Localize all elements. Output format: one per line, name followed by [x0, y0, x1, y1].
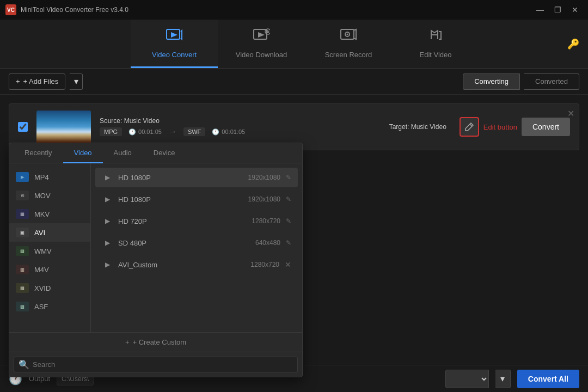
search-input-wrap: 🔍: [14, 357, 298, 372]
format-item-mkv[interactable]: ▦ MKV: [9, 205, 90, 223]
file-info: Source: Music Video MPG 🕐 00:01:05 → SWF…: [100, 117, 381, 137]
asf-icon: ▨: [16, 302, 29, 311]
nav-video-convert[interactable]: Video Convert: [131, 20, 218, 68]
create-custom-label: + Create Custom: [132, 338, 186, 346]
format-tab-recently[interactable]: Recently: [14, 143, 63, 163]
edit-icon-button[interactable]: [460, 117, 479, 137]
create-custom-plus-icon: +: [125, 338, 130, 346]
mp4-icon: ▶: [16, 172, 29, 182]
quality-delete-icon-5[interactable]: ✕: [285, 260, 291, 269]
nav-screen-record[interactable]: Screen Record: [305, 20, 392, 68]
svg-point-5: [347, 34, 348, 35]
maximize-button[interactable]: ❐: [550, 4, 565, 16]
file-card-close-button[interactable]: ✕: [567, 108, 574, 119]
main-content: Source: Music Video MPG 🕐 00:01:05 → SWF…: [0, 95, 588, 159]
format-tab-device[interactable]: Device: [143, 143, 186, 163]
quality-item-hd1080p-2[interactable]: ▶ HD 1080P 1920x1080 ✎: [95, 189, 298, 209]
format-item-xvid[interactable]: ▧ XVID: [9, 279, 90, 297]
quality-edit-icon-4[interactable]: ✎: [286, 239, 291, 247]
add-files-label: + Add Files: [23, 77, 59, 85]
quality-item-hd1080p-selected[interactable]: ▶ HD 1080P 1920x1080 ✎: [95, 168, 298, 187]
arrow-separator: →: [168, 127, 177, 137]
tab-converting-button[interactable]: Converting: [463, 74, 520, 90]
thumbnail-image: [36, 111, 91, 143]
avi-icon: ▣: [16, 228, 29, 237]
edit-video-icon: [427, 27, 444, 46]
avi-label: AVI: [34, 229, 45, 237]
create-custom-button[interactable]: + + Create Custom: [9, 332, 302, 352]
format-tab-audio[interactable]: Audio: [103, 143, 143, 163]
key-icon-area: 🔑: [567, 20, 588, 68]
format-item-m4v[interactable]: ▥ M4V: [9, 260, 90, 279]
quality-label-4: SD 480P: [118, 239, 250, 247]
format-panel: Recently Video Audio Device ▶ MP4 ⊙ MOV …: [9, 143, 303, 377]
file-format-row: MPG 🕐 00:01:05 → SWF 🕐 00:01:05: [100, 127, 381, 137]
target-info: Target: Music Video: [389, 123, 446, 131]
screen-record-icon: [340, 27, 357, 46]
folder-dropdown[interactable]: [445, 370, 489, 388]
file-thumbnail: [36, 111, 91, 143]
file-select-checkbox[interactable]: [18, 122, 28, 132]
add-files-dropdown-button[interactable]: ▾: [70, 74, 83, 90]
format-item-mov[interactable]: ⊙ MOV: [9, 186, 90, 205]
format-item-avi[interactable]: ▣ AVI: [9, 223, 90, 242]
quality-label-5: AVI_Custom: [118, 261, 245, 269]
mov-label: MOV: [34, 192, 51, 200]
quality-item-hd720p[interactable]: ▶ HD 720P 1280x720 ✎: [95, 211, 298, 231]
nav-video-download-label: Video Download: [236, 51, 287, 59]
quality-edit-icon-1[interactable]: ✎: [286, 174, 291, 181]
target-duration: 🕐 00:01:05: [212, 128, 245, 136]
xvid-label: XVID: [34, 284, 51, 292]
quality-edit-icon-3[interactable]: ✎: [286, 217, 291, 225]
format-item-wmv[interactable]: ▤ WMV: [9, 242, 90, 260]
dropdown-arrow-icon: ▾: [74, 76, 78, 87]
video-convert-icon: [166, 27, 183, 46]
format-tabs: Recently Video Audio Device: [9, 143, 302, 163]
quality-label-3: HD 720P: [118, 217, 246, 225]
format-item-mp4[interactable]: ▶ MP4: [9, 168, 90, 186]
m4v-icon: ▥: [16, 265, 29, 274]
target-label: Target:: [389, 123, 409, 131]
nav-screen-record-label: Screen Record: [325, 51, 372, 59]
target-name: Music Video: [411, 123, 446, 131]
mp4-label: MP4: [34, 173, 49, 181]
source-format-badge: MPG: [100, 127, 122, 136]
nav-edit-video[interactable]: Edit Video: [392, 20, 479, 68]
search-input[interactable]: [33, 360, 293, 369]
title-text: MiniTool Video Converter Free v3.4.0: [21, 6, 128, 14]
dropdown-arrow-icon-2: ▾: [500, 373, 505, 384]
quality-dims-2: 1920x1080: [248, 195, 280, 203]
quality-label-1: HD 1080P: [118, 174, 243, 182]
edit-button-area: Edit button Convert: [460, 117, 570, 137]
title-bar: VC MiniTool Video Converter Free v3.4.0 …: [0, 0, 588, 20]
search-icon: 🔍: [19, 359, 29, 370]
source-duration: 🕐 00:01:05: [128, 128, 162, 136]
minimize-button[interactable]: —: [532, 4, 548, 16]
quality-edit-icon-2[interactable]: ✎: [286, 195, 291, 203]
app-logo: VC: [5, 4, 16, 15]
video-download-icon: [253, 27, 270, 46]
source-label: Source:: [100, 117, 122, 125]
convert-button[interactable]: Convert: [522, 118, 570, 136]
source-duration-value: 00:01:05: [138, 128, 162, 135]
close-button[interactable]: ✕: [567, 4, 583, 16]
toolbar: + + Add Files ▾ Converting Converted: [0, 69, 588, 95]
quality-item-avi-custom[interactable]: ▶ AVI_Custom 1280x720 ✕: [95, 255, 298, 274]
format-right-list: ▶ HD 1080P 1920x1080 ✎ ▶ HD 1080P 1920x1…: [91, 163, 302, 332]
folder-dropdown-arrow[interactable]: ▾: [495, 370, 511, 388]
format-tab-video[interactable]: Video: [63, 143, 103, 163]
add-files-button[interactable]: + + Add Files: [9, 74, 65, 90]
clock-icon: 🕐: [128, 128, 136, 136]
nav-video-download[interactable]: Video Download: [218, 20, 305, 68]
mov-icon: ⊙: [16, 191, 29, 200]
tab-converted-button[interactable]: Converted: [524, 74, 579, 90]
m4v-label: M4V: [34, 266, 49, 274]
quality-item-sd480p[interactable]: ▶ SD 480P 640x480 ✎: [95, 233, 298, 253]
format-item-asf[interactable]: ▨ ASF: [9, 297, 90, 316]
xvid-icon: ▧: [16, 283, 29, 293]
add-files-plus-icon: +: [16, 77, 20, 85]
convert-all-button[interactable]: Convert All: [517, 370, 579, 388]
play-icon-5: ▶: [102, 259, 113, 270]
target-format-badge: SWF: [183, 127, 205, 136]
play-icon-1: ▶: [102, 172, 113, 183]
